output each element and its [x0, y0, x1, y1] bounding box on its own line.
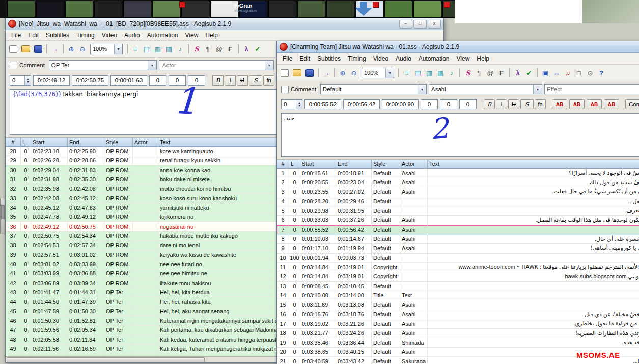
attachments-icon[interactable]	[485, 68, 495, 78]
thumbnail[interactable]	[268, 1, 296, 18]
translation-assistant-icon[interactable]	[153, 44, 163, 54]
spell-checker-icon[interactable]	[253, 44, 263, 54]
detach-video-icon[interactable]	[574, 68, 584, 78]
attachments-icon[interactable]	[214, 44, 224, 54]
duration-field[interactable]	[110, 75, 147, 86]
kanji-timer-icon[interactable]	[447, 68, 457, 78]
effect-field[interactable]	[544, 84, 639, 94]
format-button[interactable]: fn	[535, 99, 546, 109]
format-button[interactable]: S	[249, 75, 262, 86]
titlebar[interactable]: [Charming Team] Jitsu wa Watashi wa - 01…	[277, 41, 639, 53]
thumbnail[interactable]	[65, 1, 93, 18]
subtitle-row[interactable]: 7 0 0:00:55.52 0:00:56.42 Default Asahi …	[277, 225, 639, 235]
menu-item[interactable]: View	[182, 31, 202, 40]
commit-button[interactable]: Com	[625, 99, 639, 109]
start-time-field[interactable]	[33, 75, 70, 86]
shift-times-icon[interactable]	[130, 44, 141, 54]
format-button[interactable]: U	[237, 75, 248, 86]
subtitle-row[interactable]: 14 0 0:03:10.00 0:03:14.00 Title Text سأ…	[277, 291, 639, 301]
subtitle-row[interactable]: 16 0 0:03:16.76 0:03:18.76 Default Asahi…	[277, 310, 639, 320]
margin-vertical-field[interactable]	[459, 99, 477, 109]
jump-to-icon[interactable]	[50, 44, 60, 54]
format-button[interactable]: U	[508, 99, 519, 109]
select-lines-icon[interactable]	[540, 68, 550, 78]
menu-item[interactable]: Video	[98, 31, 121, 40]
automation-icon[interactable]	[241, 44, 252, 54]
thumbnail[interactable]	[152, 1, 180, 18]
subtitle-row[interactable]: 19 0 0:03:35.46 0:03:36.44 Default Shima…	[277, 338, 639, 348]
resample-resolution-icon[interactable]	[551, 68, 562, 78]
margin-vertical-field[interactable]	[188, 75, 205, 86]
save-icon[interactable]	[305, 69, 314, 77]
close-button[interactable]: x	[428, 20, 441, 29]
menu-item[interactable]: View	[453, 54, 474, 63]
fonts-collector-icon[interactable]	[496, 68, 507, 78]
start-time-field[interactable]	[304, 99, 341, 109]
open-icon[interactable]	[293, 69, 301, 76]
thumbnail[interactable]	[181, 1, 209, 18]
save-icon[interactable]	[34, 45, 42, 53]
menu-item[interactable]: Edit	[296, 54, 314, 63]
spell-checker-icon[interactable]	[524, 68, 534, 78]
menu-item[interactable]: Timing	[73, 31, 98, 40]
subtitle-row[interactable]: 17 0 0:03:19.02 0:03:21.26 Default Asahi…	[277, 319, 639, 329]
subtitle-row[interactable]: 11 0 0:03:14.84 0:03:19.01 Copyright لمز…	[277, 263, 639, 272]
color-button[interactable]: AB	[569, 99, 585, 109]
duration-field[interactable]	[382, 99, 419, 109]
menu-item[interactable]: Help	[202, 31, 221, 40]
format-button[interactable]: B	[484, 99, 495, 109]
styles-manager-icon[interactable]	[463, 68, 473, 78]
style-select[interactable]: OP Ter ▾	[49, 60, 157, 70]
spinner-arrows-icon[interactable]: ▴▾	[24, 76, 31, 85]
zoom-out-icon[interactable]	[349, 68, 359, 78]
menu-item[interactable]: Audio	[392, 54, 415, 63]
thumbnail[interactable]	[36, 1, 64, 18]
format-button[interactable]: fn	[263, 75, 274, 86]
thumbnail[interactable]	[123, 1, 151, 18]
menu-item[interactable]: Automation	[415, 54, 453, 63]
menu-item[interactable]: Subtitles	[42, 31, 73, 40]
thumbnail[interactable]	[326, 1, 354, 18]
end-time-field[interactable]	[343, 99, 380, 109]
subtitle-edit-box[interactable]: جيد.	[281, 113, 639, 157]
options-icon[interactable]	[585, 68, 595, 78]
color-button[interactable]: AB	[552, 99, 567, 109]
subtitle-row[interactable]: 13 0 0:00:08.45 0:00:10.45 Default	[277, 282, 639, 291]
menu-item[interactable]: Subtitles	[314, 54, 344, 63]
menu-item[interactable]: Edit	[24, 31, 42, 40]
zoom-select[interactable]: 100%▾	[362, 68, 394, 78]
margin-right-field[interactable]	[169, 75, 186, 86]
thumbnail[interactable]	[413, 1, 441, 18]
thumbnail[interactable]	[384, 1, 412, 18]
comment-checkbox[interactable]	[281, 86, 289, 93]
subtitle-row[interactable]: 3 0 0:00:23.55 0:00:27.02 Default Asahi …	[277, 187, 639, 197]
open-audio-icon[interactable]	[563, 68, 573, 78]
spinner-arrows-icon[interactable]: ▴▾	[296, 100, 302, 109]
zoom-select[interactable]: 100%▾	[90, 44, 123, 54]
menu-item[interactable]: Audio	[121, 31, 144, 40]
actor-input[interactable]	[161, 62, 265, 69]
end-time-field[interactable]	[72, 75, 108, 86]
color-button[interactable]: AB	[604, 99, 619, 109]
color-button[interactable]: AB	[587, 99, 602, 109]
layer-input[interactable]	[10, 76, 24, 85]
margin-right-field[interactable]	[440, 99, 457, 109]
subtitle-row[interactable]: 4 0 0:00:28.20 0:00:29.46 Default لكنني …	[277, 197, 639, 207]
zoom-out-icon[interactable]	[77, 44, 88, 54]
menu-item[interactable]: Help	[473, 54, 493, 63]
layer-spinner[interactable]: ▴▾	[281, 99, 302, 109]
automation-icon[interactable]	[513, 68, 523, 78]
actor-select[interactable]: Asahi ▾	[429, 84, 542, 94]
open-icon[interactable]	[21, 45, 30, 52]
help-icon[interactable]	[596, 68, 606, 78]
menu-item[interactable]: Automation	[144, 31, 182, 40]
margin-left-field[interactable]	[149, 75, 166, 86]
minimize-button[interactable]: −	[399, 20, 412, 29]
scrollbar-thumb[interactable]	[7, 357, 205, 362]
fonts-collector-icon[interactable]	[225, 44, 235, 54]
subtitle-row[interactable]: 10 100 0:00:01.94 0:00:03.73 Default	[277, 254, 639, 263]
subtitle-row[interactable]: 15 0 0:03:11.69 0:03:13.08 Default Asahi…	[277, 300, 639, 310]
menu-item[interactable]: File	[279, 54, 296, 63]
subtitle-row[interactable]: 9 0 0:01:17.10 0:01:19.94 Default Asahi …	[277, 244, 639, 254]
new-icon[interactable]	[9, 45, 17, 53]
